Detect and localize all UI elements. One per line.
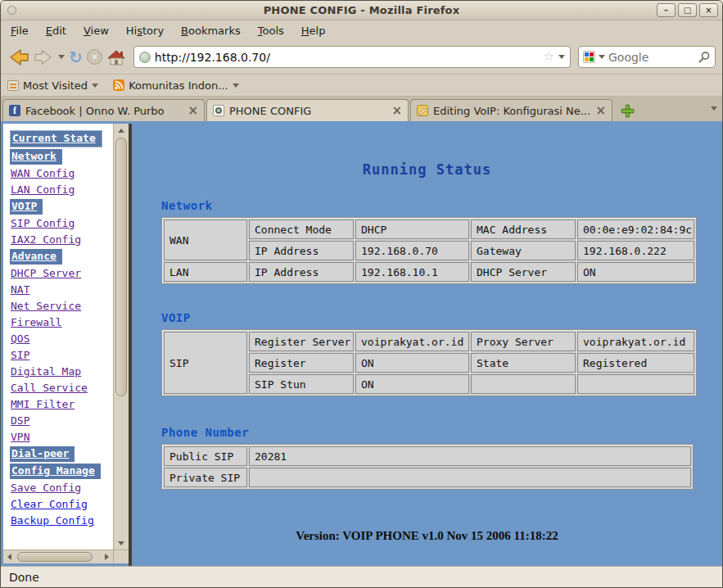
menu-view[interactable]: View [84, 25, 109, 37]
sidebar-horizontal-scrollbar[interactable] [3, 550, 113, 563]
sidebar-item-dsp[interactable]: DSP [11, 414, 29, 428]
cell: Private SIP [164, 468, 247, 487]
row-header-lan: LAN [164, 262, 247, 282]
bookmark-star-icon[interactable]: ☆ [544, 51, 554, 63]
scrollbar-thumb[interactable] [115, 138, 127, 396]
scrollbar-track[interactable] [16, 550, 101, 563]
cell: 192.168.10.1 [355, 262, 469, 282]
site-identity-icon[interactable] [139, 52, 151, 63]
cell: 192.168.0.222 [577, 241, 694, 260]
sidebar-item-network[interactable]: Network [10, 149, 62, 165]
tab-close-icon[interactable]: × [595, 105, 606, 117]
scroll-down-button[interactable] [114, 536, 129, 550]
tab-phone-config[interactable]: PHONE CONFIG × [206, 99, 409, 121]
sidebar-item-mmi-filter[interactable]: MMI Filter [11, 397, 75, 412]
chevron-down-icon [711, 106, 717, 111]
menubar: File Edit View History Bookmarks Tools H… [1, 20, 722, 40]
url-bar[interactable]: ☆ [133, 46, 571, 68]
scrollbar-track[interactable] [114, 137, 129, 536]
main-frame: Running Status Network WAN Connect Mode … [132, 124, 722, 566]
titlebar[interactable]: PHONE CONFIG - Mozilla Firefox – □ × [1, 1, 722, 20]
bookmark-most-visited[interactable]: Most Visited [7, 79, 98, 92]
sidebar-item-config-manage[interactable]: Config Manage [10, 464, 101, 479]
back-button[interactable] [7, 45, 29, 70]
search-engine-dropdown-icon[interactable] [599, 55, 605, 59]
scroll-left-button[interactable] [3, 550, 16, 563]
reload-button[interactable]: ↻ [69, 45, 83, 70]
rss-icon [113, 79, 124, 91]
maximize-button[interactable]: □ [678, 3, 697, 17]
sidebar-item-clear-config[interactable]: Clear Config [11, 497, 88, 512]
scrollbar-thumb[interactable] [17, 552, 93, 562]
sidebar-nav: Current State Network WAN Config LAN Con… [3, 124, 113, 550]
bookmarks-toolbar: Most Visited Komunitas Indon... [1, 75, 722, 97]
sidebar-item-voip[interactable]: VOIP [10, 199, 43, 215]
sidebar-item-backup-config[interactable]: Backup Config [11, 513, 94, 528]
tab-editing-voip[interactable]: Editing VoIP: Konfigurasi Ne... × [410, 99, 612, 121]
sidebar-item-sip-config[interactable]: SIP Config [11, 216, 75, 231]
reload-icon: ↻ [69, 49, 83, 66]
list-all-tabs-button[interactable] [711, 98, 717, 114]
bookmark-komunitas[interactable]: Komunitas Indon... [113, 79, 238, 92]
sidebar-item-lan-config[interactable]: LAN Config [11, 183, 75, 197]
sidebar-item-save-config[interactable]: Save Config [11, 481, 81, 495]
sidebar-item-sip[interactable]: SIP [11, 348, 29, 363]
scroll-right-button[interactable] [101, 550, 113, 563]
page-icon [213, 105, 224, 116]
home-button[interactable] [106, 45, 126, 70]
sidebar-item-iax2-config[interactable]: IAX2 Config [11, 233, 81, 247]
cell: voiprakyat.or.id [355, 332, 469, 351]
google-logo-icon[interactable] [583, 51, 595, 63]
menu-tools[interactable]: Tools [258, 25, 284, 37]
sidebar-item-vpn[interactable]: VPN [11, 430, 29, 445]
forward-button[interactable] [34, 45, 54, 70]
cell: Public SIP [164, 446, 247, 466]
tab-facebook[interactable]: f Facebook | Onno W. Purbo × [2, 99, 205, 121]
url-input[interactable] [155, 51, 540, 64]
sidebar-item-qos[interactable]: QOS [11, 332, 29, 346]
sidebar-item-wan-config[interactable]: WAN Config [11, 166, 75, 181]
menu-help[interactable]: Help [301, 25, 326, 37]
menu-edit[interactable]: Edit [46, 25, 66, 37]
status-bar: Done [1, 566, 722, 587]
page-title: Running Status [161, 161, 722, 178]
tab-bar: f Facebook | Onno W. Purbo × PHONE CONFI… [1, 97, 722, 121]
menu-history[interactable]: History [126, 25, 164, 37]
cell: ON [355, 353, 469, 373]
close-button[interactable]: × [699, 3, 718, 17]
chevron-down-icon [233, 84, 239, 88]
search-icon[interactable] [698, 51, 711, 64]
sidebar-item-net-service[interactable]: Net Service [11, 299, 81, 314]
search-input[interactable] [608, 51, 694, 64]
chevron-down-icon [118, 541, 124, 545]
new-tab-button[interactable] [621, 104, 635, 118]
sidebar-vertical-scrollbar[interactable] [113, 124, 129, 550]
search-box[interactable] [578, 46, 716, 68]
sidebar-item-dhcp-server[interactable]: DHCP Server [11, 266, 81, 281]
menu-file[interactable]: File [11, 25, 29, 37]
tab-close-icon[interactable]: × [188, 105, 198, 117]
menu-bookmarks[interactable]: Bookmarks [181, 25, 241, 37]
chevron-right-icon [105, 554, 109, 560]
sidebar-item-nat[interactable]: NAT [11, 283, 29, 297]
back-forward-dropdown[interactable] [58, 45, 65, 70]
minimize-button[interactable]: – [657, 3, 676, 17]
sidebar-item-digital-map[interactable]: Digital Map [11, 364, 81, 379]
sidebar-item-dial-peer[interactable]: Dial-peer [10, 446, 75, 462]
table-row: SIP Register Server voiprakyat.or.id Pro… [164, 332, 694, 351]
firefox-window: PHONE CONFIG - Mozilla Firefox – □ × Fil… [0, 0, 723, 588]
sidebar-item-current-state[interactable]: Current State [10, 130, 102, 147]
sidebar-item-advance[interactable]: Advance [10, 249, 62, 265]
chevron-down-icon [58, 55, 65, 59]
scroll-up-button[interactable] [114, 124, 129, 137]
table-row: Public SIP 20281 [164, 446, 691, 466]
most-visited-icon [7, 80, 19, 91]
url-dropdown-icon[interactable] [558, 55, 565, 59]
cell: 00:0e:e9:02:84:9c [577, 219, 694, 239]
stop-button[interactable]: × [87, 45, 102, 70]
cell [249, 468, 691, 487]
sidebar-item-call-service[interactable]: Call Service [11, 381, 88, 396]
stop-icon: × [87, 49, 102, 65]
tab-close-icon[interactable]: × [391, 105, 402, 117]
sidebar-item-firewall[interactable]: Firewall [11, 315, 62, 330]
